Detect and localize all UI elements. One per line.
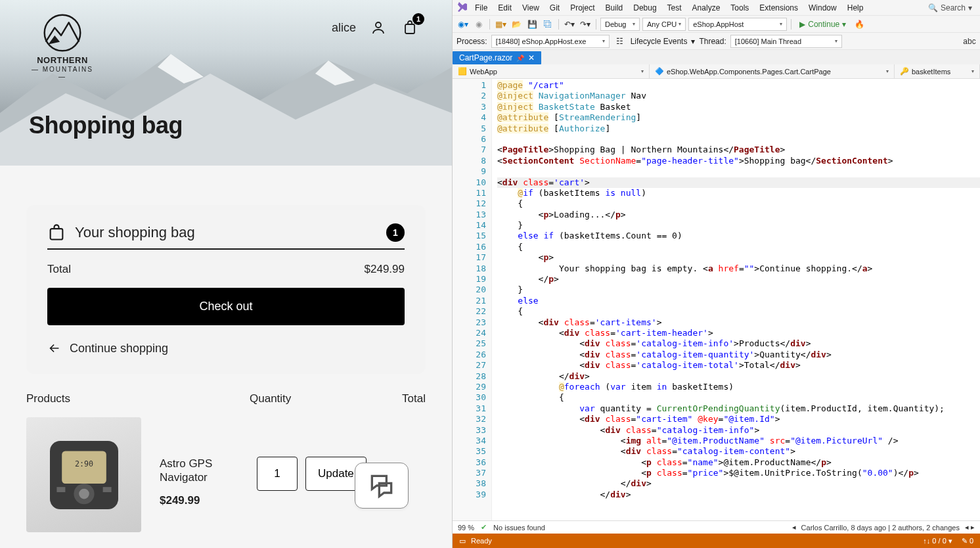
line-gutter: 1234567891011121314151617181920212223242… — [453, 79, 492, 520]
nav-forward-icon[interactable]: ◉ — [472, 18, 485, 31]
product-name[interactable]: Astro GPS Navigator — [160, 457, 238, 485]
ready-icon: ▭ — [459, 537, 466, 545]
svg-point-12 — [79, 488, 89, 499]
quantity-input[interactable] — [257, 457, 298, 491]
undo-icon[interactable]: ↶▾ — [563, 18, 576, 31]
menu-help[interactable]: Help — [842, 2, 869, 14]
pin-icon[interactable]: 📌 — [516, 55, 524, 62]
svg-text:2:90: 2:90 — [74, 459, 93, 468]
redo-icon[interactable]: ↷▾ — [579, 18, 592, 31]
nav-member[interactable]: 🔑 basketItems — [895, 64, 980, 78]
process-dropdown[interactable]: [18480] eShop.AppHost.exe — [491, 35, 610, 48]
new-item-icon[interactable]: ▦▾ — [494, 18, 507, 31]
save-icon[interactable]: 💾 — [525, 18, 539, 31]
svg-rect-14 — [102, 487, 111, 492]
menu-file[interactable]: File — [470, 2, 493, 14]
cart-badge: 1 — [412, 13, 424, 25]
total-row: Total $249.99 — [47, 263, 405, 276]
col-products: Products — [26, 392, 250, 405]
product-info: Astro GPS Navigator $249.99 — [160, 417, 238, 507]
header-nav: alice 1 — [332, 18, 419, 37]
continue-button[interactable]: ▶ Continue ▾ — [795, 20, 850, 29]
nav-class[interactable]: 🔷 eShop.WebApp.Components.Pages.Cart.Car… — [650, 64, 895, 78]
nav-count[interactable]: ↑↓ 0 / 0 ▾ — [923, 537, 952, 545]
cart-icon[interactable]: 1 — [401, 18, 419, 37]
blame-info[interactable]: Carlos Carrillo, 8 days ago | 2 authors,… — [801, 524, 960, 532]
menu-build[interactable]: Build — [600, 2, 629, 14]
menu-test[interactable]: Test — [662, 2, 687, 14]
editor-statusbar: 99 % ✔ No issues found ◂ Carlos Carrillo… — [453, 520, 980, 534]
chat-button[interactable] — [355, 463, 409, 509]
brand-name: NORTHERN — [26, 56, 99, 65]
menu-analyze[interactable]: Analyze — [687, 2, 726, 14]
menu-git[interactable]: Git — [545, 2, 565, 14]
open-icon[interactable]: 📂 — [510, 18, 523, 31]
menu-extensions[interactable]: Extensions — [754, 2, 803, 14]
ready-label: Ready — [471, 537, 492, 545]
startup-dropdown[interactable]: eShop.AppHost — [688, 18, 787, 31]
vs-logo-icon[interactable] — [457, 2, 468, 14]
user-icon[interactable] — [369, 18, 388, 37]
menu-project[interactable]: Project — [565, 2, 600, 14]
hero-banner: NORTHERN — MOUNTAINS — alice 1 Shopping … — [0, 0, 452, 166]
continue-label: Continue shopping — [70, 342, 168, 355]
svg-rect-13 — [56, 487, 65, 492]
nav-project[interactable]: 🟨 WebApp — [453, 64, 650, 78]
brand-subtitle: — MOUNTAINS — — [26, 66, 99, 80]
total-label: Total — [47, 263, 71, 276]
hot-reload-icon[interactable]: 🔥 — [853, 18, 866, 31]
col-quantity: Quantity — [250, 392, 342, 405]
editor-nav-bar: 🟨 WebApp 🔷 eShop.WebApp.Components.Pages… — [453, 64, 980, 79]
vs-search[interactable]: 🔍 Search ▾ — [924, 3, 976, 12]
menu-edit[interactable]: Edit — [493, 2, 517, 14]
page-title: Shopping bag — [29, 112, 183, 139]
vs-menubar: FileEditViewGitProjectBuildDebugTestAnal… — [453, 0, 980, 16]
config-dropdown[interactable]: Debug — [600, 18, 640, 31]
process-label: Process: — [457, 37, 487, 46]
issues-icon: ✔ — [481, 523, 487, 532]
tab-label: CartPage.razor — [459, 53, 512, 62]
web-app-pane: NORTHERN — MOUNTAINS — alice 1 Shopping … — [0, 0, 452, 548]
issues-label[interactable]: No issues found — [493, 524, 545, 532]
menu-tools[interactable]: Tools — [725, 2, 754, 14]
brand-logo[interactable]: NORTHERN — MOUNTAINS — — [26, 13, 99, 80]
total-value: $249.99 — [365, 263, 405, 276]
file-tab-cartpage[interactable]: CartPage.razor 📌 ✕ — [453, 51, 541, 64]
bag-title: Your shopping bag — [75, 224, 377, 241]
col-total: Total — [342, 392, 426, 405]
checkout-button[interactable]: Check out — [47, 288, 405, 325]
arrow-left-icon — [47, 341, 62, 355]
menu-view[interactable]: View — [517, 2, 545, 14]
svg-rect-7 — [51, 229, 63, 239]
error-count[interactable]: ✎ 0 — [962, 537, 973, 545]
bag-header: Your shopping bag 1 — [47, 223, 405, 250]
menu-window[interactable]: Window — [803, 2, 842, 14]
zoom-level[interactable]: 99 % — [458, 524, 474, 532]
product-image[interactable]: 2:90 — [26, 417, 141, 532]
continue-shopping-link[interactable]: Continue shopping — [47, 341, 405, 355]
svg-point-5 — [376, 22, 381, 28]
nav-back-icon[interactable]: ◉▾ — [457, 18, 470, 31]
code-area[interactable]: @page "/cart"@inject NavigationManager N… — [492, 79, 980, 520]
product-price: $249.99 — [160, 494, 238, 507]
lifecycle-label[interactable]: Lifecycle Events — [631, 37, 688, 46]
platform-dropdown[interactable]: Any CPU — [642, 18, 686, 31]
lifecycle-icon[interactable]: ☷ — [613, 35, 627, 48]
thread-label: Thread: — [699, 37, 726, 46]
svg-rect-6 — [405, 24, 414, 34]
thread-dropdown[interactable]: [10660] Main Thread — [730, 35, 842, 48]
editor-tabs: CartPage.razor 📌 ✕ — [453, 50, 980, 64]
close-icon[interactable]: ✕ — [528, 53, 535, 62]
menu-debug[interactable]: Debug — [628, 2, 661, 14]
vs-statusbar: ▭ Ready ↑↓ 0 / 0 ▾ ✎ 0 — [453, 534, 980, 548]
visual-studio-pane: FileEditViewGitProjectBuildDebugTestAnal… — [452, 0, 980, 548]
vs-toolbar: ◉▾ ◉ ▦▾ 📂 💾 ⿻ ↶▾ ↷▾ Debug Any CPU eShop.… — [453, 16, 980, 33]
username-label[interactable]: alice — [332, 21, 356, 35]
vs-debug-toolbar: Process: [18480] eShop.AppHost.exe ☷ Lif… — [453, 33, 980, 50]
items-header: Products Quantity Total — [26, 392, 426, 405]
code-editor[interactable]: 1234567891011121314151617181920212223242… — [453, 79, 980, 520]
bag-item-count: 1 — [386, 223, 405, 242]
save-all-icon[interactable]: ⿻ — [541, 18, 554, 31]
bag-icon — [47, 223, 66, 242]
abc-icon[interactable]: abc — [963, 35, 976, 48]
